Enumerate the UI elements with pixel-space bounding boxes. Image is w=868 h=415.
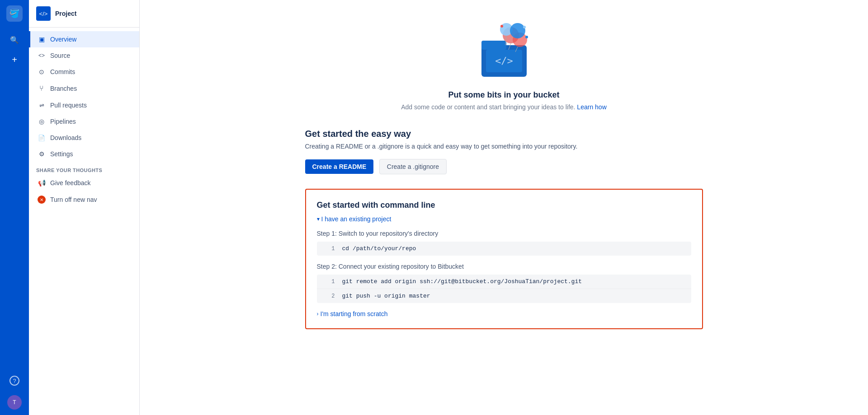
hero-section: </> Put some bits in your bucket	[305, 18, 703, 111]
sidebar-item-label-turn-off-nav: Turn off new nav	[50, 196, 97, 203]
sidebar-item-label-overview: Overview	[50, 36, 76, 43]
svg-point-11	[500, 25, 503, 28]
code-line-1-1: 1 cd /path/to/your/repo	[317, 242, 691, 256]
svg-point-13	[525, 36, 528, 38]
hero-title: Put some bits in your bucket	[305, 90, 703, 100]
easy-section-title: Get started the easy way	[305, 129, 703, 139]
sidebar-item-label-commits: Commits	[50, 68, 75, 75]
hero-subtitle-text: Add some code or content and start bring…	[401, 103, 575, 111]
project-header: </> Project	[29, 0, 139, 28]
share-thoughts-section-title: SHARE YOUR THOUGHTS	[29, 162, 139, 175]
help-icon: ?	[9, 376, 19, 386]
existing-project-label: I have an existing project	[321, 215, 392, 223]
turn-off-icon: ✕	[38, 196, 46, 204]
scratch-link[interactable]: › I'm starting from scratch	[317, 310, 691, 317]
svg-text:</>: </>	[495, 55, 513, 66]
code-block-1: 1 cd /path/to/your/repo	[317, 242, 691, 256]
chevron-down-icon: ▾	[317, 216, 320, 222]
sidebar-item-give-feedback[interactable]: 📢 Give feedback	[29, 175, 139, 191]
main-content: </> Put some bits in your bucket	[140, 0, 868, 415]
app-logo[interactable]: 🪣	[6, 5, 23, 22]
code-line-2-1: 1 git remote add origin ssh://git@bitbuc…	[317, 275, 691, 289]
easy-section-desc: Creating a README or a .gitignore is a q…	[305, 143, 703, 150]
chevron-right-icon: ›	[317, 311, 319, 317]
plus-icon: +	[12, 55, 17, 65]
step1-label: Step 1: Switch to your repository's dire…	[317, 230, 691, 237]
pipelines-icon: ◎	[38, 118, 46, 125]
create-readme-button[interactable]: Create a README	[305, 159, 374, 174]
code-text-2-2: git push -u origin master	[342, 293, 430, 299]
easy-way-section: Get started the easy way Creating a READ…	[305, 129, 703, 174]
code-block-2: 1 git remote add origin ssh://git@bitbuc…	[317, 275, 691, 303]
hero-illustration: </>	[472, 18, 536, 81]
svg-point-12	[523, 26, 526, 28]
source-icon: <>	[38, 52, 46, 59]
project-name: Project	[55, 10, 76, 17]
branches-icon: ⑂	[38, 84, 46, 93]
sidebar-nav: ▣ Overview <> Source ⊙ Commits ⑂ Branche…	[29, 28, 139, 415]
sidebar-item-label-pipelines: Pipelines	[50, 118, 76, 125]
hero-subtitle: Add some code or content and start bring…	[305, 103, 703, 111]
settings-icon: ⚙	[38, 150, 46, 158]
sidebar-item-label-source: Source	[50, 52, 70, 59]
sidebar-item-downloads[interactable]: 📄 Downloads	[29, 130, 139, 146]
nav-bar: 🪣 🔍 + ? T	[0, 0, 29, 415]
pull-requests-icon: ⇌	[38, 102, 46, 109]
learn-how-link[interactable]: Learn how	[577, 103, 606, 111]
downloads-icon: 📄	[38, 135, 46, 141]
sidebar-item-overview[interactable]: ▣ Overview	[29, 31, 139, 47]
sidebar-item-branches[interactable]: ⑂ Branches	[29, 80, 139, 97]
sidebar-item-source[interactable]: <> Source	[29, 47, 139, 64]
search-nav-button[interactable]: 🔍	[5, 31, 24, 49]
step2-label: Step 2: Connect your existing repository…	[317, 263, 691, 270]
svg-rect-1	[481, 41, 506, 50]
code-line-2-2: 2 git push -u origin master	[317, 289, 691, 303]
cmd-section-title: Get started with command line	[317, 201, 691, 210]
sidebar-item-turn-off-nav[interactable]: ✕ Turn off new nav	[29, 191, 139, 208]
user-avatar[interactable]: T	[7, 395, 22, 410]
code-text-2-1: git remote add origin ssh://git@bitbucke…	[342, 278, 582, 285]
avatar-initials: T	[13, 399, 16, 406]
project-icon-text: </>	[39, 10, 48, 17]
cmd-section: Get started with command line ▾ I have a…	[305, 189, 703, 329]
sidebar-item-label-settings: Settings	[50, 150, 73, 158]
overview-icon: ▣	[38, 36, 46, 43]
commits-icon: ⊙	[38, 68, 46, 75]
project-icon: </>	[36, 6, 51, 21]
line-num-1: 1	[322, 246, 335, 252]
search-icon: 🔍	[10, 36, 19, 44]
line-num-2-1: 1	[322, 279, 335, 285]
sidebar-item-pipelines[interactable]: ◎ Pipelines	[29, 113, 139, 130]
svg-point-7	[510, 23, 525, 38]
existing-project-link[interactable]: ▾ I have an existing project	[317, 215, 691, 223]
line-num-2-2: 2	[322, 293, 335, 299]
sidebar-item-label-branches: Branches	[50, 85, 77, 92]
easy-section-buttons: Create a README Create a .gitignore	[305, 159, 703, 174]
sidebar-item-label-pull-requests: Pull requests	[50, 102, 87, 109]
logo-icon: 🪣	[9, 9, 19, 19]
sidebar-item-label-give-feedback: Give feedback	[50, 179, 91, 187]
sidebar-item-label-downloads: Downloads	[50, 134, 81, 141]
code-text-1: cd /path/to/your/repo	[342, 245, 416, 252]
sidebar-item-commits[interactable]: ⊙ Commits	[29, 64, 139, 80]
sidebar-item-settings[interactable]: ⚙ Settings	[29, 146, 139, 162]
help-nav-button[interactable]: ?	[5, 372, 24, 390]
scratch-link-label: I'm starting from scratch	[321, 310, 388, 317]
sidebar: </> Project ▣ Overview <> Source ⊙ Commi…	[29, 0, 140, 415]
create-gitignore-button[interactable]: Create a .gitignore	[379, 159, 447, 174]
feedback-icon: 📢	[38, 179, 46, 187]
sidebar-item-pull-requests[interactable]: ⇌ Pull requests	[29, 97, 139, 113]
create-nav-button[interactable]: +	[5, 51, 24, 69]
